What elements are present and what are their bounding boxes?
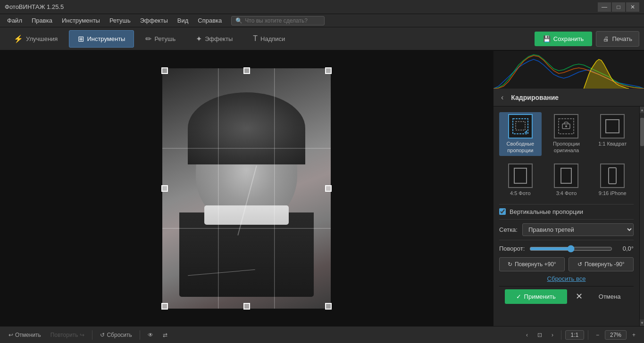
tab-retush-label: Ретушь — [154, 35, 176, 42]
divider-3 — [499, 240, 634, 240]
zoom-next-button[interactable]: › — [548, 330, 557, 340]
fit-view-button[interactable]: ⊡ — [534, 330, 546, 340]
menu-file[interactable]: Файл — [2, 15, 27, 26]
uluchsheniya-icon: ⚡ — [14, 34, 23, 43]
reset-bottom-button[interactable]: ↺ Сбросить — [96, 330, 135, 340]
rotate-ccw-icon: ↺ — [577, 261, 582, 268]
tab-effecty-label: Эффекты — [205, 35, 233, 42]
square-icon — [600, 114, 625, 139]
bottom-bar: ↩ Отменить Повторить ↪ ↺ Сбросить 👁 ⇄ ‹ … — [0, 326, 644, 343]
rotate-ccw-button[interactable]: ↺ Повернуть -90° — [569, 257, 634, 271]
rotate-cw-icon: ↻ — [508, 261, 512, 268]
tab-uluchsheniya[interactable]: ⚡ Улучшения — [5, 30, 67, 48]
scroll-up-button[interactable]: ▲ — [640, 106, 644, 113]
crop-option-square[interactable]: 1:1 Квадрат — [591, 112, 634, 156]
crop-option-34[interactable]: 3:4 Фото — [545, 162, 588, 198]
panel-title: Кадрирование — [511, 94, 559, 101]
panel-scrollbar[interactable]: ▲ ▼ — [639, 106, 644, 326]
zoom-prev-button[interactable]: ‹ — [522, 330, 532, 340]
redo-icon: ↪ — [80, 332, 84, 338]
tab-nadpisi[interactable]: T Надписи — [244, 30, 294, 47]
crop-option-45[interactable]: 4:5 Фото — [499, 162, 542, 198]
canvas-area[interactable] — [0, 51, 493, 326]
print-icon: 🖨 — [603, 35, 609, 42]
crop-options: Свободные пропорции — [493, 106, 639, 326]
close-panel-button[interactable]: ✕ — [572, 289, 586, 303]
svg-rect-13 — [514, 168, 527, 183]
redo-label: Повторить — [50, 332, 78, 338]
tab-effecty[interactable]: ✦ Эффекты — [187, 30, 242, 48]
histogram-svg — [493, 51, 644, 89]
original-proportions-label: Пропорции оригинала — [547, 140, 586, 154]
vertical-proportions-row: Вертикальные пропорции — [499, 208, 634, 215]
rotation-label: Поворот: — [499, 245, 525, 252]
reset-icon: ↺ — [100, 332, 105, 338]
search-bar: 🔍 — [231, 16, 325, 25]
toolbar: ⚡ Улучшения ⊞ Инструменты ✏ Ретушь ✦ Эфф… — [0, 27, 644, 51]
flip-button[interactable]: ⇄ — [159, 330, 171, 340]
fit-icon: ⊡ — [537, 332, 542, 338]
eye-icon: 👁 — [148, 332, 153, 338]
histogram — [493, 51, 644, 89]
rotation-slider[interactable] — [529, 245, 612, 253]
title-bar: ФотоВИНТАЖ 1.25.5 — □ ✕ — [0, 0, 644, 14]
undo-button[interactable]: ↩ Отменить — [5, 330, 45, 340]
panel-back-button[interactable]: ‹ — [498, 91, 506, 104]
menu-retouch[interactable]: Ретушь — [105, 15, 135, 26]
minimize-button[interactable]: — — [598, 2, 611, 12]
photo-34-label: 3:4 Фото — [556, 190, 577, 196]
square-label: 1:1 Квадрат — [598, 140, 627, 147]
close-button[interactable]: ✕ — [626, 2, 639, 12]
menu-effects[interactable]: Эффекты — [135, 15, 173, 26]
scroll-thumb[interactable] — [640, 118, 644, 146]
crop-option-916[interactable]: 9:16 iPhone — [591, 162, 634, 198]
app-title: ФотоВИНТАЖ 1.25.5 — [5, 3, 64, 10]
vertical-proportions-checkbox[interactable] — [499, 208, 506, 215]
menu-edit[interactable]: Правка — [27, 15, 57, 26]
crop-option-original[interactable]: Пропорции оригинала — [545, 112, 588, 156]
save-label: Сохранить — [553, 35, 584, 42]
rotate-buttons-row: ↻ Повернуть +90° ↺ Повернуть -90° — [499, 257, 634, 271]
zoom-value: 27% — [605, 330, 627, 340]
tab-retush[interactable]: ✏ Ретушь — [136, 30, 184, 48]
title-bar-left: ФотоВИНТАЖ 1.25.5 — [5, 3, 64, 10]
grid-select[interactable]: Нет Правило третей Диагональ Треугольник… — [522, 223, 634, 236]
vertical-proportions-label: Вертикальные пропорции — [510, 208, 583, 215]
zoom-fit-label[interactable]: 1:1 — [565, 330, 584, 340]
redo-button[interactable]: Повторить ↪ — [47, 330, 89, 340]
apply-label: Применить — [524, 293, 556, 300]
grid-select-row: Сетка: Нет Правило третей Диагональ Треу… — [499, 223, 634, 236]
cancel-button[interactable]: Отмена — [591, 289, 628, 304]
print-button[interactable]: 🖨 Печать — [596, 31, 639, 47]
rotation-row: Поворот: 0,0° — [499, 245, 634, 253]
apply-cancel-bar: ✓ Применить ✕ Отмена — [499, 286, 634, 307]
photo-45-icon — [508, 163, 533, 188]
rotation-value: 0,0° — [617, 245, 634, 252]
menu-help[interactable]: Справка — [193, 15, 226, 26]
tab-instrumenty[interactable]: ⊞ Инструменты — [69, 30, 134, 48]
photo-34-icon — [554, 163, 578, 188]
bottom-separator-2 — [140, 330, 140, 340]
maximize-button[interactable]: □ — [612, 2, 625, 12]
apply-button[interactable]: ✓ Применить — [505, 289, 567, 304]
free-proportions-label: Свободные пропорции — [501, 140, 540, 154]
reset-all-link[interactable]: Сбросить все — [547, 275, 586, 282]
tab-nadpisi-label: Надписи — [260, 35, 285, 42]
svg-rect-7 — [516, 122, 525, 130]
crop-option-free[interactable]: Свободные пропорции — [499, 112, 542, 156]
rotate-cw-button[interactable]: ↻ Повернуть +90° — [499, 257, 565, 271]
photo-wrapper — [143, 57, 351, 320]
zoom-in-button[interactable]: + — [628, 330, 639, 340]
scroll-down-button[interactable]: ▼ — [640, 319, 644, 326]
flip-icon: ⇄ — [163, 332, 167, 338]
save-button[interactable]: 💾 Сохранить — [535, 32, 593, 46]
search-input[interactable] — [245, 17, 320, 24]
rotate-cw-label: Повернуть +90° — [515, 261, 556, 268]
bottom-separator-3 — [561, 330, 561, 340]
zoom-out-button[interactable]: − — [592, 330, 603, 340]
menu-tools[interactable]: Инструменты — [57, 15, 105, 26]
menu-view[interactable]: Вид — [173, 15, 193, 26]
free-proportions-icon — [508, 114, 533, 139]
eye-button[interactable]: 👁 — [144, 330, 157, 340]
reset-label: Сбросить — [107, 332, 132, 338]
